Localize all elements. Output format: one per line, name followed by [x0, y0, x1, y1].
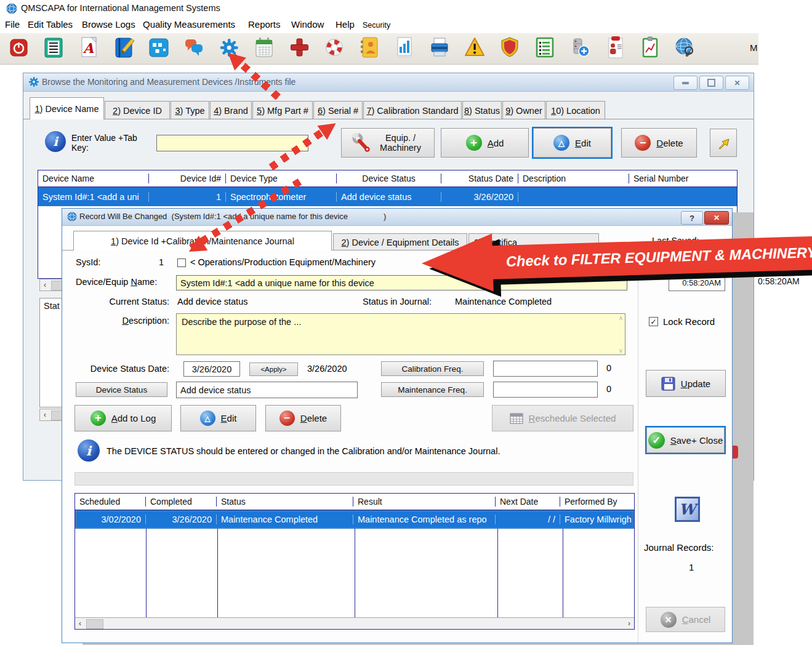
journal-table-row[interactable]: 3/02/2020 3/26/2020 Maintenance Complete…: [75, 510, 634, 529]
chart-report-icon[interactable]: [393, 36, 416, 59]
hidden-red-button: [733, 446, 738, 459]
filter-equipment-checkbox[interactable]: [177, 258, 186, 267]
tab-device-id[interactable]: 2) Device ID: [105, 101, 170, 119]
clipboard-chart-icon[interactable]: [639, 36, 661, 59]
restore-button[interactable]: [699, 76, 723, 90]
lifesaver-icon[interactable]: [323, 36, 345, 59]
chat-icon[interactable]: [183, 36, 205, 59]
browse-window-titlebar[interactable]: Browse the Monitoring and Measurement De…: [23, 73, 754, 92]
jcol-status[interactable]: Status: [217, 497, 353, 507]
col-device-status[interactable]: Device Status: [337, 174, 441, 183]
add-button[interactable]: + Add: [441, 128, 529, 158]
save-close-button[interactable]: ✓ Save+ Close: [646, 427, 725, 453]
jcol-performed-by[interactable]: Performed By: [560, 497, 634, 507]
spacer-bar: [74, 472, 633, 486]
tab-brand[interactable]: 4) Brand: [210, 101, 252, 119]
jcol-scheduled[interactable]: Scheduled: [75, 497, 146, 507]
checklist-icon[interactable]: [534, 36, 556, 59]
add-cross-icon[interactable]: [288, 36, 310, 59]
device-table-row[interactable]: System Id#:1 <add a uni 1 Spectrophotome…: [38, 187, 737, 206]
calibration-freq-button[interactable]: Calibration Freq.: [381, 361, 484, 376]
search-value-input[interactable]: [156, 135, 308, 151]
maintenance-freq-input[interactable]: [493, 382, 598, 398]
database-add-icon[interactable]: [569, 36, 591, 59]
add-to-log-button[interactable]: + Add to Log: [74, 405, 172, 431]
menu-browse-logs[interactable]: Browse Logs: [82, 19, 135, 30]
svg-text:A: A: [82, 40, 94, 56]
word-icon[interactable]: W: [675, 497, 700, 522]
delete-icon: −: [635, 135, 651, 151]
app-globe-icon: [6, 3, 17, 14]
power-icon[interactable]: [7, 36, 30, 59]
printer-icon[interactable]: [428, 36, 451, 59]
journal-hscrollbar[interactable]: ‹›: [75, 617, 634, 629]
col-status-date[interactable]: Status Date: [441, 174, 518, 183]
menu-edit-tables[interactable]: Edit Tables: [28, 19, 73, 30]
jcol-result[interactable]: Result: [353, 497, 496, 507]
col-description[interactable]: Description: [518, 174, 629, 183]
calibration-freq-input[interactable]: [493, 361, 598, 377]
status-date-input[interactable]: 3/26/2020: [183, 361, 240, 377]
jcol-completed[interactable]: Completed: [146, 497, 217, 507]
calendar-icon[interactable]: [253, 36, 275, 59]
tab-device-name[interactable]: 1) Device Name: [30, 97, 104, 119]
col-serial-number[interactable]: Serial Number: [629, 174, 736, 183]
notebook-icon[interactable]: [113, 36, 135, 59]
journal-edit-button[interactable]: △ Edit: [180, 405, 256, 431]
sysid-label: SysId:: [76, 257, 100, 267]
document-a-icon[interactable]: A: [78, 36, 100, 59]
lock-record-checkbox[interactable]: ✓: [649, 317, 658, 326]
tab-serial[interactable]: 6) Serial #: [313, 101, 363, 119]
menu-quality-measurements[interactable]: Quality Measurements: [143, 19, 235, 30]
app-title: QMSCAPA for International Management Sys…: [21, 3, 220, 13]
close-button[interactable]: ✕: [725, 76, 749, 90]
tab-calibration-standard[interactable]: 7) Calibration Standard: [363, 101, 462, 119]
apply-button[interactable]: <Apply>: [249, 363, 298, 376]
maintenance-freq-button[interactable]: Maintenance Freq.: [381, 382, 484, 397]
dialog-close-button[interactable]: ✕: [704, 211, 729, 225]
description-textarea[interactable]: Describe the purpose of the ... ∧ ∨: [176, 313, 625, 355]
menu-help[interactable]: Help: [336, 19, 355, 30]
device-status-button[interactable]: Device Status: [76, 382, 167, 397]
journal-delete-icon: −: [279, 411, 295, 426]
tab-status[interactable]: 8) Status: [462, 101, 502, 119]
col-device-type[interactable]: Device Type: [226, 174, 337, 183]
edit-label: Edit: [575, 138, 591, 148]
jcol-next-date[interactable]: Next Date: [496, 497, 560, 507]
tab-mfg-part[interactable]: 5) Mfg Part #: [252, 101, 313, 119]
goto-button[interactable]: [710, 129, 737, 157]
menu-bar: File Edit Tables Browse Logs Quality Mea…: [0, 17, 812, 33]
current-status-value: Add device status: [177, 297, 247, 306]
menu-reports[interactable]: Reports: [248, 19, 281, 30]
shield-icon[interactable]: [499, 36, 521, 59]
menu-window[interactable]: Window: [291, 19, 324, 30]
scroll-up-icon[interactable]: ∧: [619, 314, 623, 321]
update-button[interactable]: Update: [646, 370, 726, 397]
scroll-down-icon[interactable]: ∨: [619, 347, 623, 354]
col-device-name[interactable]: Device Name: [38, 174, 149, 183]
tab-type[interactable]: 3) Type: [171, 101, 209, 119]
web-search-icon[interactable]: [674, 36, 696, 59]
reschedule-grid-icon: [510, 412, 523, 425]
notes-icon[interactable]: [42, 36, 65, 59]
warning-icon[interactable]: [464, 36, 486, 59]
menu-security[interactable]: Security: [363, 21, 390, 30]
dialog-titlebar[interactable]: Record Will Be Changed (System Id#:1 <ad…: [62, 209, 732, 226]
device-status-input[interactable]: Add device status: [176, 382, 358, 398]
address-book-icon[interactable]: [358, 36, 380, 59]
minimize-button[interactable]: [673, 76, 697, 90]
reschedule-button[interactable]: Reschedule Selected: [492, 405, 633, 431]
contacts-icon[interactable]: [604, 36, 626, 59]
equip-machinery-button[interactable]: Equip. / Machinery: [341, 128, 435, 158]
col-device-id[interactable]: Device Id#: [149, 174, 226, 183]
dialog-help-button[interactable]: ?: [681, 211, 703, 225]
equip-machinery-label: Equip. / Machinery: [377, 133, 425, 153]
org-chart-icon[interactable]: [148, 36, 170, 59]
tab-location[interactable]: 10) Location: [546, 101, 605, 119]
tab-owner[interactable]: 9) Owner: [502, 101, 545, 119]
cancel-button[interactable]: ✕ Cancel: [646, 607, 725, 632]
journal-delete-button[interactable]: − Delete: [265, 405, 341, 431]
edit-button[interactable]: △ Edit: [533, 128, 611, 158]
delete-button[interactable]: − Delete: [621, 128, 697, 158]
menu-file[interactable]: File: [5, 19, 20, 30]
